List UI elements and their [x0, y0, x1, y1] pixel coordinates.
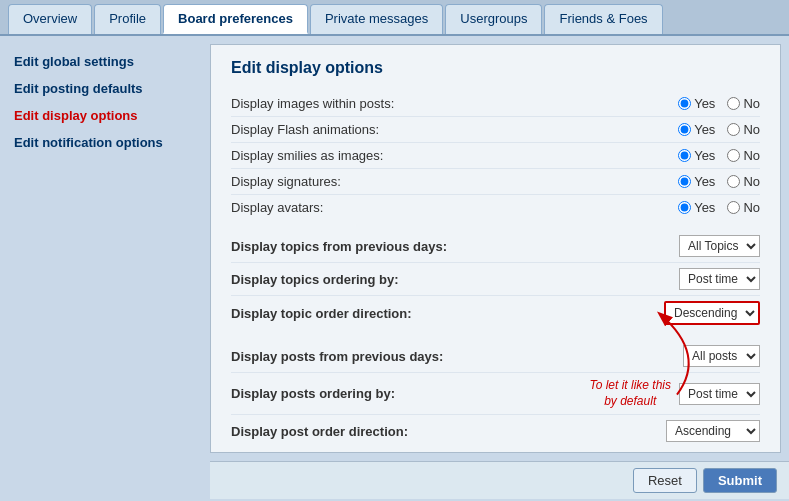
- radio-row-3: Display signatures: Yes No: [231, 169, 760, 195]
- radio-yes-3[interactable]: [678, 175, 691, 188]
- radio-no-label-4[interactable]: No: [727, 200, 760, 215]
- sidebar: Edit global settingsEdit posting default…: [0, 36, 210, 499]
- radio-control-3: Yes No: [678, 174, 760, 189]
- radio-control-1: Yes No: [678, 122, 760, 137]
- tab-private-messages[interactable]: Private messages: [310, 4, 443, 34]
- radio-row-0: Display images within posts: Yes No: [231, 91, 760, 117]
- content-area: Edit display options Display images with…: [210, 44, 781, 453]
- sidebar-item-edit-global-settings[interactable]: Edit global settings: [0, 48, 210, 75]
- select-rows-1-container-row-1: Display topics ordering by:Post timeTopi…: [231, 263, 760, 296]
- radio-row-2: Display smilies as images: Yes No: [231, 143, 760, 169]
- select-rows-1-container-select-1[interactable]: Post timeTopic titleAuthorRepliesViews: [679, 268, 760, 290]
- tab-bar: OverviewProfileBoard preferencesPrivate …: [0, 0, 789, 36]
- radio-control-2: Yes No: [678, 148, 760, 163]
- radio-yes-4[interactable]: [678, 201, 691, 214]
- sidebar-item-edit-posting-defaults[interactable]: Edit posting defaults: [0, 75, 210, 102]
- radio-no-2[interactable]: [727, 149, 740, 162]
- reset-button[interactable]: Reset: [633, 468, 697, 493]
- radio-no-label-2[interactable]: No: [727, 148, 760, 163]
- radio-yes-label-4[interactable]: Yes: [678, 200, 715, 215]
- radio-control-4: Yes No: [678, 200, 760, 215]
- page-title: Edit display options: [231, 59, 760, 77]
- submit-button[interactable]: Submit: [703, 468, 777, 493]
- radio-label-4: Display avatars:: [231, 200, 678, 215]
- radio-yes-label-2[interactable]: Yes: [678, 148, 715, 163]
- radio-yes-label-1[interactable]: Yes: [678, 122, 715, 137]
- tab-board-preferences[interactable]: Board preferences: [163, 4, 308, 34]
- select-rows-2-container-row-2: Display post order direction:AscendingDe…: [231, 415, 760, 447]
- radio-label-3: Display signatures:: [231, 174, 678, 189]
- select-rows-1-container-label-1: Display topics ordering by:: [231, 272, 679, 287]
- select-rows-1-container-select-2[interactable]: DescendingAscending: [664, 301, 760, 325]
- bottom-bar: Reset Submit: [210, 461, 789, 499]
- select-rows-1-container-select-0[interactable]: All Topics1 Day7 Days2 Weeks1 Month3 Mon…: [679, 235, 760, 257]
- select-rows-2-container-label-0: Display posts from previous days:: [231, 349, 683, 364]
- radio-control-0: Yes No: [678, 96, 760, 111]
- select-rows-1-container-label-2: Display topic order direction:: [231, 306, 664, 321]
- radio-label-1: Display Flash animations:: [231, 122, 678, 137]
- select-rows-2-container-label-2: Display post order direction:: [231, 424, 666, 439]
- radio-label-0: Display images within posts:: [231, 96, 678, 111]
- radio-yes-1[interactable]: [678, 123, 691, 136]
- tab-profile[interactable]: Profile: [94, 4, 161, 34]
- radio-no-3[interactable]: [727, 175, 740, 188]
- radio-rows-container: Display images within posts: Yes No Disp…: [231, 91, 760, 220]
- select-rows-2-container-label-1: Display posts ordering by:: [231, 386, 589, 401]
- radio-no-1[interactable]: [727, 123, 740, 136]
- annotation-text-1: To let it like this by default: [589, 378, 671, 409]
- select-rows-1-container-row-0: Display topics from previous days:All To…: [231, 230, 760, 263]
- radio-yes-2[interactable]: [678, 149, 691, 162]
- radio-no-0[interactable]: [727, 97, 740, 110]
- sidebar-item-edit-notification-options[interactable]: Edit notification options: [0, 129, 210, 156]
- radio-no-label-3[interactable]: No: [727, 174, 760, 189]
- radio-no-4[interactable]: [727, 201, 740, 214]
- select-rows-2-container-select-0[interactable]: All posts1 Day7 Days2 Weeks1 Month: [683, 345, 760, 367]
- select-rows-2-container: Display posts from previous days:All pos…: [231, 340, 760, 447]
- main-container: Edit global settingsEdit posting default…: [0, 36, 789, 499]
- sidebar-item-edit-display-options[interactable]: Edit display options: [0, 102, 210, 129]
- select-rows-2-container-row-0: Display posts from previous days:All pos…: [231, 340, 760, 373]
- select-rows-1-container-row-2: Display topic order direction:Descending…: [231, 296, 760, 330]
- radio-row-4: Display avatars: Yes No: [231, 195, 760, 220]
- radio-yes-label-0[interactable]: Yes: [678, 96, 715, 111]
- select-rows-1-container: Display topics from previous days:All To…: [231, 230, 760, 330]
- select-rows-2-container-select-1[interactable]: Post timeAuthorSubject: [679, 383, 760, 405]
- select-rows-2-container-row-1: Display posts ordering by:To let it like…: [231, 373, 760, 415]
- radio-yes-0[interactable]: [678, 97, 691, 110]
- select-rows-2-container-select-2[interactable]: AscendingDescending: [666, 420, 760, 442]
- tab-usergroups[interactable]: Usergroups: [445, 4, 542, 34]
- radio-no-label-0[interactable]: No: [727, 96, 760, 111]
- select-rows-1-container-label-0: Display topics from previous days:: [231, 239, 679, 254]
- radio-label-2: Display smilies as images:: [231, 148, 678, 163]
- right-panel: Edit display options Display images with…: [210, 36, 789, 499]
- tab-friends-&-foes[interactable]: Friends & Foes: [544, 4, 662, 34]
- radio-yes-label-3[interactable]: Yes: [678, 174, 715, 189]
- radio-row-1: Display Flash animations: Yes No: [231, 117, 760, 143]
- tab-overview[interactable]: Overview: [8, 4, 92, 34]
- radio-no-label-1[interactable]: No: [727, 122, 760, 137]
